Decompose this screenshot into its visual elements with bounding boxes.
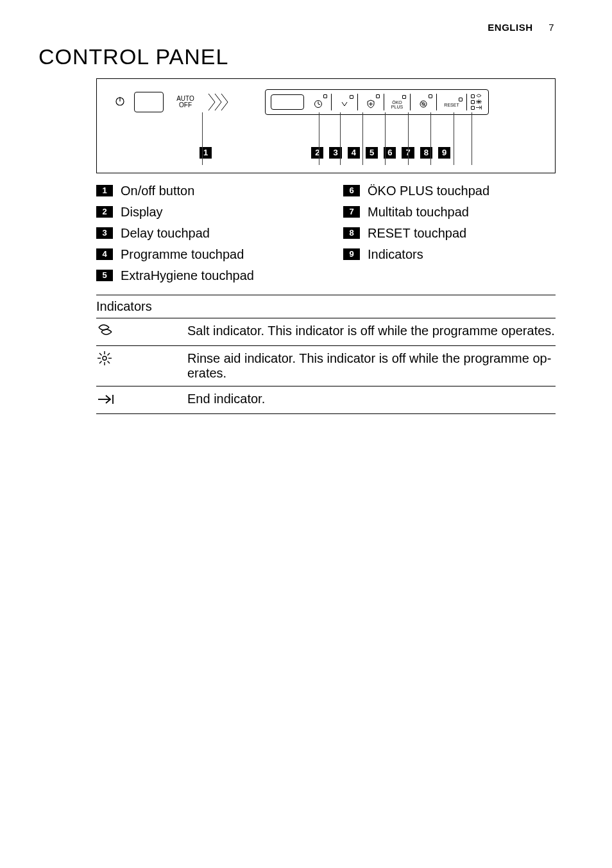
svg-line-23 [108, 353, 110, 356]
reset-label: RESET [444, 103, 459, 107]
power-icon [115, 96, 125, 108]
chevron-down-icon [341, 100, 348, 109]
legend-item: Display [121, 205, 163, 220]
callout-1: 1 [200, 147, 212, 159]
legend-item: ExtraHygiene touchpad [121, 268, 254, 283]
display-outline [271, 94, 304, 110]
callout-row: 1 2 3 4 5 6 7 8 9 [115, 147, 537, 159]
chevrons-icon [207, 92, 230, 112]
delay-touchpad [309, 94, 327, 110]
section-title: CONTROL PANEL [38, 44, 574, 69]
oko-plus-label: ÖKO PLUS [391, 100, 403, 109]
svg-point-16 [103, 356, 106, 360]
svg-line-22 [108, 361, 110, 363]
legend-item: Multitab touchpad [368, 205, 469, 220]
onoff-button-outline [134, 92, 164, 112]
control-panel-diagram: AUTO OFF [96, 78, 556, 173]
rinse-mini-icon [476, 100, 482, 105]
callout-4: 4 [348, 147, 360, 159]
oko-plus-touchpad: ÖKO PLUS [388, 95, 406, 109]
callout-9: 9 [438, 147, 450, 159]
callout-6: 6 [384, 147, 396, 159]
svg-line-24 [99, 361, 102, 363]
legend-item: On/off button [121, 184, 194, 198]
legend-column-left: 1On/off button 2Display 3Delay touchpad … [96, 184, 318, 290]
legend-item: ÖKO PLUS touchpad [368, 184, 489, 198]
multitab-touchpad [414, 94, 432, 110]
svg-line-21 [99, 353, 102, 356]
legend-item: Programme touchpad [121, 247, 244, 262]
svg-line-4 [318, 104, 320, 105]
header-language: ENGLISH [488, 22, 532, 33]
programme-touchpad [336, 95, 353, 109]
end-icon [96, 392, 174, 408]
legend-item: Indicators [368, 247, 423, 262]
callout-5: 5 [366, 147, 378, 159]
callout-2: 2 [311, 147, 323, 159]
end-description: End indicator. [187, 392, 556, 408]
svg-line-9 [421, 101, 426, 107]
touchpad-cluster: ÖKO PLUS RESET [265, 89, 489, 115]
auto-off-label: AUTO OFF [173, 96, 198, 109]
legend-item: RESET touchpad [368, 226, 466, 241]
extrahygiene-touchpad [362, 94, 380, 110]
indicator-lights [471, 94, 482, 110]
rinse-aid-description: Rinse aid indicator. This indicator is o… [187, 351, 556, 381]
tablet-icon [419, 100, 428, 110]
legend-item: Delay touchpad [121, 226, 210, 241]
salt-mini-icon [476, 94, 482, 99]
indicators-table: Indicators Salt indicator. This indicato… [96, 295, 556, 414]
end-mini-icon [476, 105, 482, 110]
clock-icon [314, 100, 323, 110]
rinse-aid-icon [96, 351, 174, 381]
salt-description: Salt indicator. This indicator is off wh… [187, 324, 556, 340]
indicators-heading: Indicators [96, 295, 556, 318]
page-header: ENGLISH 7 [38, 22, 574, 33]
salt-icon [96, 324, 174, 340]
plus-shield-icon [366, 100, 375, 110]
header-page-number: 7 [548, 22, 554, 33]
legend-column-right: 6ÖKO PLUS touchpad 7Multitab touchpad 8R… [343, 184, 489, 290]
reset-touchpad: RESET [441, 98, 463, 107]
